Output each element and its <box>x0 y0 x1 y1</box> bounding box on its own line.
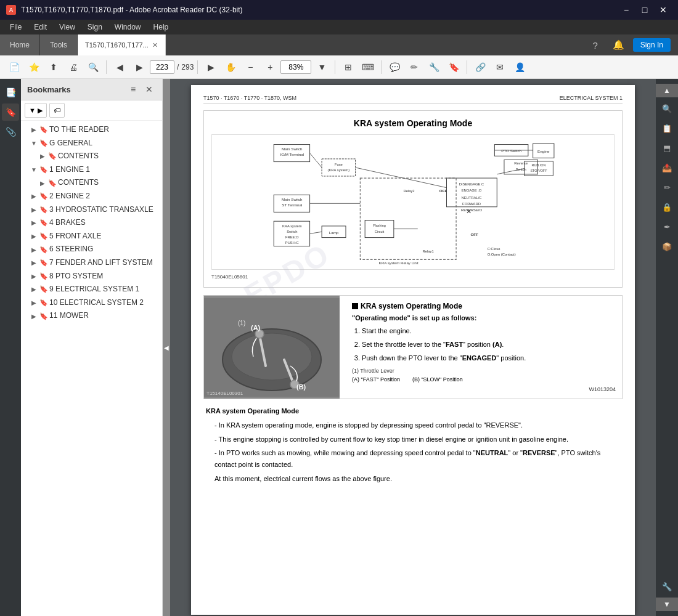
bookmark-g-contents[interactable]: ▶ 🔖 CONTENTS <box>21 150 162 163</box>
tools-button[interactable]: 🔧 <box>425 59 443 76</box>
stamp-button[interactable]: 🔖 <box>444 59 463 76</box>
right-panel-btn-6[interactable]: 🔒 <box>658 198 676 216</box>
minimize-button[interactable]: − <box>618 1 635 18</box>
zoom-in-button[interactable]: + <box>261 59 279 76</box>
keyboard-button[interactable]: ⌨ <box>359 59 377 76</box>
comment-button[interactable]: 💬 <box>385 59 404 76</box>
svg-text:ST Terminal: ST Terminal <box>282 203 302 207</box>
bookmark-9-electrical-1[interactable]: ▶ 🔖 9 ELECTRICAL SYSTEM 1 <box>21 283 162 296</box>
notifications-button[interactable]: 🔔 <box>610 36 628 54</box>
svg-text:RUN /ON: RUN /ON <box>532 163 546 167</box>
kra-steps: Start the engine. Set the throttle lever… <box>352 325 616 364</box>
bookmark-g-general[interactable]: ▼ 🔖 G GENERAL <box>21 137 162 150</box>
expand-all-button[interactable]: ▼ ▶ <box>25 103 47 118</box>
cursor-tool-button[interactable]: ▶ <box>202 59 220 76</box>
right-panel-btn-7[interactable]: ✒ <box>658 218 676 235</box>
zoom-input[interactable] <box>280 60 311 74</box>
zoom-dropdown-button[interactable]: ▼ <box>312 59 331 76</box>
svg-text:Flashing: Flashing <box>373 224 386 227</box>
right-panel-strip: ▲ 🔍 📋 ⬒ 📤 ✏ 🔒 ✒ 📦 🔧 ▼ <box>656 79 678 616</box>
link-button[interactable]: 🔗 <box>471 59 489 76</box>
bookmark-2-engine-2[interactable]: ▶ 🔖 2 ENGINE 2 <box>21 190 162 203</box>
bookmark-icon: 🔖 <box>48 179 57 187</box>
right-panel-btn-1[interactable]: 🔍 <box>658 100 676 117</box>
bookmark-label: 10 ELECTRICAL SYSTEM 2 <box>49 298 158 308</box>
tab-home[interactable]: Home <box>0 34 40 55</box>
menu-view[interactable]: View <box>54 22 80 33</box>
bookmark-3-hydrostatic[interactable]: ▶ 🔖 3 HYDROSTATIC TRANSAXLE <box>21 203 162 217</box>
bookmark-6-steering[interactable]: ▶ 🔖 6 STEERING <box>21 243 162 256</box>
bookmark-icon: 🔖 <box>48 152 57 161</box>
text-section: KRA system Operating Mode - In KRA syste… <box>203 405 623 484</box>
menu-file[interactable]: File <box>5 22 27 33</box>
bookmark-10-electrical-2[interactable]: ▶ 🔖 10 ELECTRICAL SYSTEM 2 <box>21 296 162 310</box>
photo-caption: T15140EL00301 <box>206 391 243 396</box>
right-panel-btn-8[interactable]: 📦 <box>658 238 676 255</box>
svg-text:Engine: Engine <box>537 149 550 153</box>
user-button[interactable]: 👤 <box>510 59 529 76</box>
menu-window[interactable]: Window <box>110 22 146 33</box>
prev-page-button[interactable]: ◀ <box>110 59 129 76</box>
bookmark-button[interactable]: ⭐ <box>25 59 43 76</box>
menu-edit[interactable]: Edit <box>29 22 52 33</box>
chevron-icon: ▼ <box>30 166 38 174</box>
bookmarks-close-button[interactable]: ✕ <box>142 83 156 96</box>
zoom-out-button[interactable]: − <box>241 59 259 76</box>
chevron-icon: ▶ <box>30 245 38 254</box>
toolbar: 📄 ⭐ ⬆ 🖨 🔍 ◀ ▶ / 293 ▶ ✋ − + ▼ ⊞ ⌨ 💬 ✏ 🔧 … <box>0 55 678 79</box>
bookmark-icon: 🔖 <box>39 232 48 241</box>
chevron-icon: ▶ <box>30 192 38 201</box>
next-page-button[interactable]: ▶ <box>130 59 149 76</box>
sign-in-button[interactable]: Sign In <box>633 38 671 52</box>
sidebar-collapse-button[interactable]: ◀ <box>163 79 170 616</box>
hand-tool-button[interactable]: ✋ <box>221 59 240 76</box>
bookmarks-header: Bookmarks ≡ ✕ <box>21 79 162 100</box>
panel-bookmarks-button[interactable]: 🔖 <box>2 103 19 121</box>
bookmark-to-the-reader[interactable]: ▶ 🔖 TO THE READER <box>21 123 162 137</box>
bookmark-11-mower[interactable]: ▶ 🔖 11 MOWER <box>21 309 162 323</box>
close-button[interactable]: ✕ <box>655 1 672 18</box>
right-panel-btn-4[interactable]: 📤 <box>658 159 676 176</box>
fit-page-button[interactable]: ⊞ <box>339 59 357 76</box>
panel-thumbnails-button[interactable]: 📑 <box>2 84 19 101</box>
bookmark-5-front-axle[interactable]: ▶ 🔖 5 FRONT AXLE <box>21 230 162 243</box>
panel-attachments-button[interactable]: 📎 <box>2 123 19 140</box>
svg-text:✕: ✕ <box>466 208 472 215</box>
highlight-button[interactable]: ✏ <box>405 59 423 76</box>
bookmark-1-engine-1[interactable]: ▼ 🔖 1 ENGINE 1 <box>21 163 162 177</box>
svg-line-44 <box>356 168 447 188</box>
maximize-button[interactable]: □ <box>636 1 653 18</box>
bookmark-4-brakes[interactable]: ▶ 🔖 4 BRAKES <box>21 216 162 230</box>
right-panel-btn-bottom[interactable]: 🔧 <box>658 578 676 595</box>
svg-text:PUSH:C: PUSH:C <box>285 241 299 245</box>
tab-tools[interactable]: Tools <box>40 34 78 55</box>
menu-help[interactable]: Help <box>149 22 174 33</box>
pdf-viewer[interactable]: EPDO T1570 · T1670 · T1770 · T1870, WSM … <box>170 79 656 616</box>
bookmark-1-contents[interactable]: ▶ 🔖 CONTENTS <box>21 176 162 190</box>
bookmark-label: 1 ENGINE 1 <box>49 165 158 175</box>
tab-document[interactable]: T1570,T1670,T177... ✕ <box>78 34 166 55</box>
right-panel-btn-2[interactable]: 📋 <box>658 120 676 137</box>
bookmarks-options-button[interactable]: ≡ <box>126 83 140 96</box>
svg-text:Switch: Switch <box>287 230 297 233</box>
upload-button[interactable]: ⬆ <box>44 59 63 76</box>
svg-text:Fuse: Fuse <box>335 163 343 166</box>
svg-text:OFF: OFF <box>470 232 478 237</box>
tab-close-icon[interactable]: ✕ <box>152 41 158 49</box>
right-panel-btn-5[interactable]: ✏ <box>658 179 676 196</box>
step-3: Push down the PTO lever to the "ENGAGED"… <box>362 352 616 365</box>
bookmark-8-pto[interactable]: ▶ 🔖 8 PTO SYSTEM <box>21 270 162 283</box>
scroll-down-button[interactable]: ▼ <box>656 598 678 611</box>
tagged-content-button[interactable]: 🏷 <box>49 103 65 118</box>
bookmark-7-fender[interactable]: ▶ 🔖 7 FENDER AND LIFT SYSTEM <box>21 256 162 270</box>
scroll-up-button[interactable]: ▲ <box>656 84 678 97</box>
page-number-input[interactable] <box>150 60 174 74</box>
right-panel-btn-3[interactable]: ⬒ <box>658 139 676 156</box>
help-button[interactable]: ? <box>586 36 605 54</box>
svg-text:Main Switch: Main Switch <box>282 147 303 151</box>
open-file-button[interactable]: 📄 <box>5 59 23 76</box>
zoom-out-toolbar-button[interactable]: 🔍 <box>84 59 102 76</box>
menu-sign[interactable]: Sign <box>83 22 107 33</box>
print-button[interactable]: 🖨 <box>64 59 83 76</box>
send-button[interactable]: ✉ <box>491 59 509 76</box>
